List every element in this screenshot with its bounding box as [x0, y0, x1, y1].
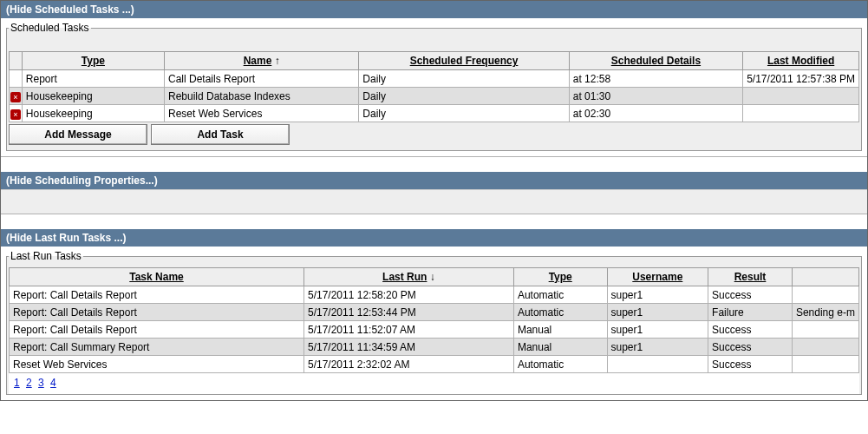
cell-name: Call Details Report — [164, 70, 358, 88]
cell-user: super1 — [607, 304, 708, 321]
cell-type: Manual — [513, 339, 607, 356]
cell-modified: 5/17/2011 12:57:38 PM — [743, 70, 859, 88]
cell-extra — [792, 339, 858, 356]
col-username[interactable]: Username — [607, 268, 708, 286]
add-message-button[interactable]: Add Message — [9, 124, 147, 145]
cell-type: Automatic — [513, 286, 607, 304]
cell-user: super1 — [607, 286, 708, 304]
cell-user: super1 — [607, 339, 708, 356]
last-run-table: Task Name Last Run ↓ Type Username Resul… — [9, 267, 859, 373]
scheduled-tasks-legend: Scheduled Tasks — [9, 22, 91, 34]
cell-last: 5/17/2011 11:34:59 AM — [304, 339, 514, 356]
cell-freq: Daily — [359, 105, 569, 122]
col-result[interactable]: Result — [708, 268, 793, 286]
scheduled-button-bar: Add MessageAdd Task — [9, 122, 859, 147]
table-row[interactable]: Report: Call Details Report5/17/2011 12:… — [10, 304, 859, 321]
table-row[interactable]: ×HousekeepingReset Web ServicesDailyat 0… — [10, 105, 859, 122]
col-type[interactable]: Type — [22, 52, 164, 70]
cell-type: Automatic — [513, 304, 607, 321]
cell-name: Report: Call Details Report — [10, 286, 304, 304]
scheduled-header-row: Type Name ↑ Scheduled Frequency Schedule… — [10, 52, 859, 70]
table-row[interactable]: Report: Call Summary Report5/17/2011 11:… — [10, 339, 859, 356]
last-run-legend: Last Run Tasks — [9, 250, 83, 262]
cell-details: at 12:58 — [569, 70, 742, 88]
error-icon: × — [10, 92, 21, 102]
error-icon: × — [10, 109, 21, 120]
row-icon-cell: × — [10, 105, 23, 122]
cell-extra: Sending e-m — [792, 304, 858, 321]
col-extra — [792, 268, 858, 286]
cell-extra — [792, 321, 858, 339]
table-row[interactable]: ×HousekeepingRebuild Database IndexesDai… — [10, 88, 859, 105]
col-frequency[interactable]: Scheduled Frequency — [359, 52, 569, 70]
col-details[interactable]: Scheduled Details — [569, 52, 742, 70]
col-task-name[interactable]: Task Name — [10, 268, 304, 286]
cell-last: 5/17/2011 12:58:20 PM — [304, 286, 514, 304]
cell-result: Success — [708, 321, 793, 339]
col-name[interactable]: Name ↑ — [164, 52, 358, 70]
cell-name: Report: Call Details Report — [10, 321, 304, 339]
spacer — [1, 214, 867, 229]
cell-result: Success — [708, 339, 793, 356]
properties-placeholder — [1, 189, 867, 214]
cell-extra — [792, 356, 858, 373]
cell-result: Success — [708, 286, 793, 304]
cell-last: 5/17/2011 11:52:07 AM — [304, 321, 514, 339]
pager-link[interactable]: 2 — [26, 377, 32, 389]
cell-type: Housekeeping — [22, 88, 164, 105]
cell-type: Report — [22, 70, 164, 88]
cell-name: Reset Web Services — [10, 356, 304, 373]
cell-result: Success — [708, 356, 793, 373]
cell-extra — [792, 286, 858, 304]
cell-last: 5/17/2011 12:53:44 PM — [304, 304, 514, 321]
cell-name: Report: Call Details Report — [10, 304, 304, 321]
col-modified[interactable]: Last Modified — [743, 52, 859, 70]
table-row[interactable]: Reset Web Services5/17/2011 2:32:02 AMAu… — [10, 356, 859, 373]
pager-link[interactable]: 3 — [38, 377, 44, 389]
col-icon — [10, 52, 23, 70]
sort-up-icon: ↑ — [275, 55, 280, 67]
hide-scheduling-properties-bar[interactable]: (Hide Scheduling Properties...) — [1, 172, 867, 189]
pager-link[interactable]: 4 — [50, 377, 56, 389]
cell-last: 5/17/2011 2:32:02 AM — [304, 356, 514, 373]
cell-details: at 02:30 — [569, 105, 742, 122]
cell-modified — [743, 88, 859, 105]
add-task-button[interactable]: Add Task — [151, 124, 290, 145]
row-icon-cell: × — [10, 88, 23, 105]
scheduled-tasks-fieldset: Scheduled Tasks Type Name ↑ Scheduled Fr… — [6, 22, 862, 151]
cell-name: Report: Call Summary Report — [10, 339, 304, 356]
pager-link[interactable]: 1 — [14, 377, 20, 389]
cell-user — [607, 356, 708, 373]
pager: 1 2 3 4 — [9, 373, 859, 394]
cell-type: Housekeeping — [22, 105, 164, 122]
table-row[interactable]: Report: Call Details Report5/17/2011 12:… — [10, 286, 859, 304]
last-run-fieldset: Last Run Tasks Task Name Last Run ↓ Type… — [6, 250, 862, 395]
col-last-run[interactable]: Last Run ↓ — [304, 268, 514, 286]
cell-user: super1 — [607, 321, 708, 339]
cell-modified — [743, 105, 859, 122]
table-row[interactable]: ReportCall Details ReportDailyat 12:585/… — [10, 70, 859, 88]
hide-last-run-bar[interactable]: (Hide Last Run Tasks ...) — [1, 229, 867, 247]
row-icon-cell — [10, 70, 23, 88]
cell-details: at 01:30 — [569, 88, 742, 105]
spacer — [1, 156, 867, 172]
hide-scheduled-tasks-bar[interactable]: (Hide Scheduled Tasks ...) — [1, 1, 867, 18]
cell-type: Automatic — [513, 356, 607, 373]
table-row[interactable]: Report: Call Details Report5/17/2011 11:… — [10, 321, 859, 339]
cell-type: Manual — [513, 321, 607, 339]
cell-freq: Daily — [359, 70, 569, 88]
cell-name: Rebuild Database Indexes — [164, 88, 358, 105]
cell-name: Reset Web Services — [164, 105, 358, 122]
sort-down-icon: ↓ — [430, 271, 435, 283]
col-run-type[interactable]: Type — [513, 268, 607, 286]
cell-freq: Daily — [359, 88, 569, 105]
cell-result: Failure — [708, 304, 793, 321]
last-run-header-row: Task Name Last Run ↓ Type Username Resul… — [10, 268, 859, 286]
scheduled-tasks-table: Type Name ↑ Scheduled Frequency Schedule… — [9, 51, 859, 122]
